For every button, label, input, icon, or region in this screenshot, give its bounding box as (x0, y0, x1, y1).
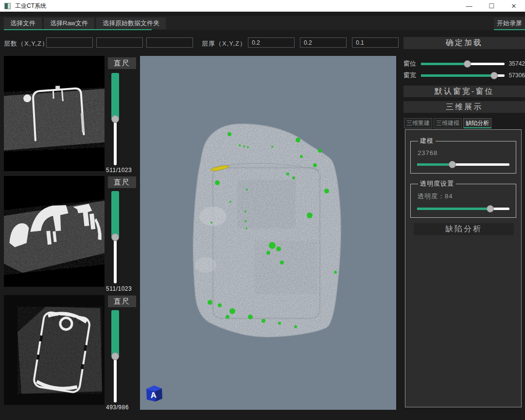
layer-y-input[interactable] (96, 37, 143, 48)
ruler-button-3[interactable]: 直尺 (108, 296, 136, 307)
transparency-group-title: 透明度设置 (418, 179, 456, 188)
display-3d-button[interactable]: 三维展示 (403, 101, 525, 113)
industrial-ct-app: 工业CT系统 — ☐ ✕ 选择文件 选择Raw文件 选择原始数据文件夹 开始录屏… (0, 0, 525, 420)
maximize-icon[interactable]: ☐ (480, 0, 503, 12)
window-controls: — ☐ ✕ (458, 0, 525, 12)
slice-position-label-2: 511/1023 (106, 285, 137, 292)
modeling-slider[interactable] (417, 160, 509, 168)
window-level-label: 窗位 (403, 59, 421, 68)
ct-slice-image-3 (4, 295, 105, 405)
menu-accent-underline (4, 29, 152, 30)
tab-defect-analysis[interactable]: 缺陷分析 (463, 118, 491, 128)
slice-view-xz[interactable] (4, 176, 105, 287)
window-width-slider[interactable] (421, 71, 505, 79)
layer-z-input[interactable] (146, 37, 193, 48)
slice-view-xy[interactable] (4, 56, 105, 171)
layer-thickness-label: 层厚（X,Y,Z） (202, 39, 246, 48)
thickness-y-input[interactable] (300, 37, 347, 48)
minimize-icon[interactable]: — (458, 0, 480, 12)
record-accent-underline (494, 29, 525, 30)
ct-slice-image-2 (4, 176, 105, 287)
tab-3d-reconstruction[interactable]: 三维重建 (404, 118, 432, 128)
layer-count-label: 层数（X,Y,Z） (4, 39, 49, 48)
start-recording-button[interactable]: 开始录屏 (494, 18, 525, 29)
load-parameter-row: 层数（X,Y,Z） 层厚（X,Y,Z） 确定加载 (0, 34, 525, 52)
volume-render-image (140, 56, 396, 410)
render-3d-viewport[interactable]: A (140, 56, 396, 410)
menubar: 选择文件 选择Raw文件 选择原始数据文件夹 开始录屏 (0, 16, 525, 30)
app-icon (4, 3, 11, 9)
transparency-value-label: 透明度：84 (418, 192, 509, 201)
window-title: 工业CT系统 (15, 2, 46, 10)
analysis-tabs: 三维重建 三维建模 缺陷分析 (404, 118, 493, 128)
select-raw-data-folder-button[interactable]: 选择原始数据文件夹 (96, 18, 166, 29)
close-icon[interactable]: ✕ (503, 0, 525, 12)
ruler-button-2[interactable]: 直尺 (108, 176, 136, 188)
select-file-button[interactable]: 选择文件 (4, 18, 42, 29)
window-width-value: 57306 (505, 72, 525, 79)
slice-position-slider-3[interactable] (111, 310, 119, 402)
window-level-value: 35742 (505, 60, 525, 67)
cube-logo-icon: A (143, 383, 164, 402)
defect-analysis-panel: 建模 23768 透明度设置 透明度：84 缺陷分析 (405, 129, 522, 407)
confirm-load-button[interactable]: 确定加载 (403, 37, 525, 49)
thickness-z-input[interactable] (352, 37, 399, 48)
window-width-row: 窗宽 57306 (403, 71, 525, 79)
modeling-value: 23768 (418, 149, 509, 157)
slice-position-slider-1[interactable] (111, 73, 119, 165)
ruler-button-1[interactable]: 直尺 (108, 57, 136, 69)
tab-3d-modeling[interactable]: 三维建模 (434, 118, 462, 128)
select-raw-file-button[interactable]: 选择Raw文件 (44, 18, 94, 29)
defect-analysis-button[interactable]: 缺陷分析 (414, 223, 514, 235)
slice-view-yz[interactable] (4, 295, 105, 405)
modeling-group-title: 建模 (418, 137, 436, 145)
transparency-slider[interactable] (417, 205, 509, 212)
default-window-button[interactable]: 默认窗宽-窗位 (403, 86, 525, 97)
thickness-x-input[interactable] (248, 37, 295, 48)
ct-slice-image-1 (4, 56, 105, 171)
window-level-row: 窗位 35742 (403, 60, 525, 68)
layer-x-input[interactable] (46, 37, 93, 48)
window-width-label: 窗宽 (403, 71, 421, 80)
slice-position-label-3: 493/986 (106, 404, 137, 411)
svg-text:A: A (150, 390, 157, 400)
transparency-groupbox: 透明度设置 透明度：84 (410, 179, 516, 218)
titlebar: 工业CT系统 — ☐ ✕ (0, 0, 525, 12)
slice-position-slider-2[interactable] (111, 191, 119, 283)
slice-position-label-1: 511/1023 (106, 167, 137, 174)
modeling-groupbox: 建模 23768 (410, 137, 516, 174)
window-level-slider[interactable] (421, 60, 505, 68)
